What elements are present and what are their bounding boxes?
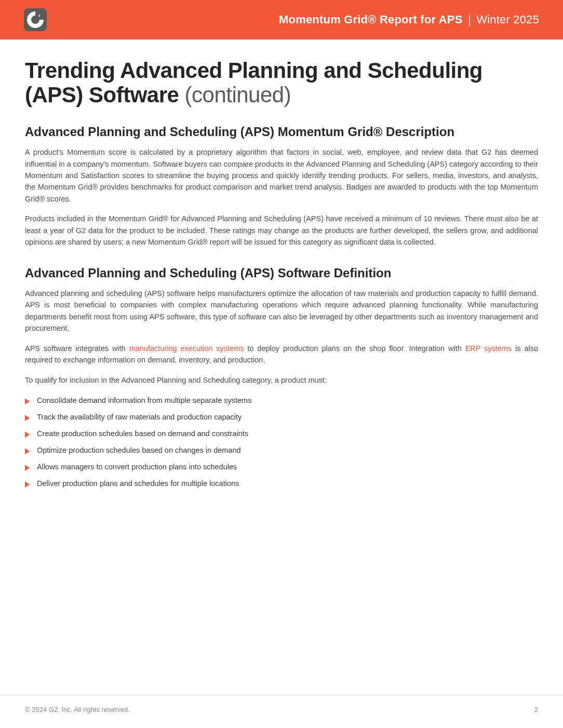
header-bar: 2 Momentum Grid® Report for APS | Winter… (0, 0, 563, 39)
list-item: Allows managers to convert production pl… (25, 459, 538, 475)
link-mes[interactable]: manufacturing execution systems (129, 344, 244, 353)
svg-text:2: 2 (38, 14, 41, 17)
definition-paragraph-1: Advanced planning and scheduling (APS) s… (25, 288, 538, 334)
description-paragraph-1: A product's Momentum score is calculated… (25, 146, 538, 205)
triangle-bullet-icon (25, 481, 30, 488)
triangle-bullet-icon (25, 415, 30, 421)
definition-paragraph-3: To qualify for inclusion in the Advanced… (25, 374, 538, 386)
triangle-bullet-icon (25, 432, 30, 438)
list-item: Track the availability of raw materials … (25, 409, 538, 425)
def-p2-prefix: APS software integrates with (25, 344, 129, 353)
list-item-text: Allows managers to convert production pl… (37, 463, 237, 471)
page-number: 2 (534, 706, 538, 713)
triangle-bullet-icon (25, 465, 30, 471)
document-page: 2 Momentum Grid® Report for APS | Winter… (0, 0, 563, 728)
section-heading-definition: Advanced Planning and Scheduling (APS) S… (25, 266, 538, 280)
def-p2-mid: to deploy production plans on the shop f… (244, 344, 465, 353)
list-item-text: Track the availability of raw materials … (37, 413, 242, 421)
qualify-list: Consolidate demand information from mult… (25, 392, 538, 492)
page-title: Trending Advanced Planning and Schedulin… (25, 58, 538, 107)
report-title-bold: Momentum Grid® Report for APS (279, 13, 463, 26)
g2-logo-icon: 2 (24, 8, 47, 31)
report-title: Momentum Grid® Report for APS | Winter 2… (279, 13, 539, 26)
section-heading-description: Advanced Planning and Scheduling (APS) M… (25, 125, 538, 139)
definition-paragraph-2: APS software integrates with manufacturi… (25, 343, 538, 366)
list-item: Optimize production schedules based on c… (25, 442, 538, 459)
description-paragraph-2: Products included in the Momentum Grid® … (25, 213, 538, 248)
list-item-text: Deliver production plans and schedules f… (37, 479, 239, 488)
link-erp[interactable]: ERP systems (465, 344, 512, 353)
list-item-text: Create production schedules based on dem… (37, 429, 248, 438)
g2-logo: 2 (24, 8, 47, 31)
page-footer: © 2024 G2, Inc. All rights reserved. 2 (0, 695, 563, 728)
triangle-bullet-icon (25, 448, 30, 454)
list-item: Deliver production plans and schedules f… (25, 475, 538, 492)
report-period: Winter 2025 (476, 13, 539, 26)
list-item: Consolidate demand information from mult… (25, 392, 538, 409)
pipe-separator: | (468, 13, 471, 26)
list-item: Create production schedules based on dem… (25, 425, 538, 442)
page-content: Trending Advanced Planning and Schedulin… (0, 39, 563, 492)
list-item-text: Consolidate demand information from mult… (37, 396, 251, 405)
triangle-bullet-icon (25, 398, 30, 405)
copyright-text: © 2024 G2, Inc. All rights reserved. (25, 706, 130, 713)
title-suffix: (continued) (179, 83, 291, 107)
list-item-text: Optimize production schedules based on c… (37, 446, 241, 454)
